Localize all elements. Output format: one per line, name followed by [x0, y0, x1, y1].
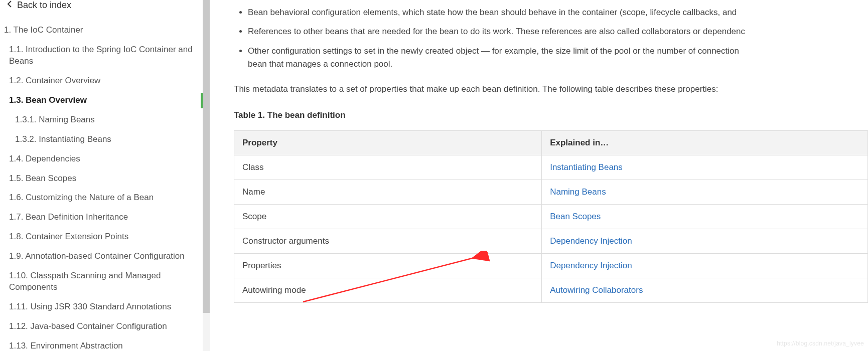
- nav-item-customizing-nature[interactable]: 1.6. Customizing the Nature of a Bean: [4, 188, 201, 208]
- nav-item-java-config[interactable]: 1.12. Java-based Container Configuration: [4, 317, 201, 336]
- table-header-explained: Explained in…: [542, 130, 868, 155]
- link-cell: Dependency Injection: [542, 229, 868, 253]
- bullet-text: References to other beans that are neede…: [248, 27, 745, 36]
- nav-label: 1. The IoC Container: [4, 25, 83, 35]
- body-paragraph: This metadata translates to a set of pro…: [234, 83, 868, 96]
- table-row: Scope Bean Scopes: [234, 204, 868, 229]
- link-cell: Autowiring Collaborators: [542, 278, 868, 302]
- nav-label: 1.3. Bean Overview: [9, 95, 87, 105]
- nav-item-jsr330[interactable]: 1.11. Using JSR 330 Standard Annotations: [4, 297, 201, 317]
- nav-label: 1.8. Container Extension Points: [9, 232, 128, 241]
- nav-item-dependencies[interactable]: 1.4. Dependencies: [4, 149, 201, 169]
- table-row: Class Instantiating Beans: [234, 155, 868, 180]
- doc-link-naming-beans[interactable]: Naming Beans: [550, 187, 606, 197]
- nav-label: 1.1. Introduction to the Spring IoC Cont…: [9, 45, 193, 66]
- list-item: Bean behavioral configuration elements, …: [248, 6, 868, 19]
- sidebar-scrollbar-thumb[interactable]: [203, 0, 210, 313]
- nav-item-annotation-config[interactable]: 1.9. Annotation-based Container Configur…: [4, 247, 201, 266]
- link-cell: Instantiating Beans: [542, 155, 868, 180]
- nav-label: 1.2. Container Overview: [9, 76, 100, 85]
- nav-item-container-overview[interactable]: 1.2. Container Overview: [4, 71, 201, 91]
- table-header-property: Property: [234, 130, 542, 155]
- nav-item-intro[interactable]: 1.1. Introduction to the Spring IoC Cont…: [4, 40, 201, 71]
- doc-link-autowiring-collaborators[interactable]: Autowiring Collaborators: [550, 285, 643, 295]
- back-label: Back to index: [17, 0, 71, 11]
- table-row: Properties Dependency Injection: [234, 253, 868, 278]
- nav-label: 1.6. Customizing the Nature of a Bean: [9, 193, 154, 202]
- doc-link-dependency-injection[interactable]: Dependency Injection: [550, 261, 632, 270]
- nav-label: 1.5. Bean Scopes: [9, 173, 76, 183]
- table-row: Name Naming Beans: [234, 180, 868, 204]
- sidebar-scrollbar-track[interactable]: [203, 0, 210, 351]
- nav-label: 1.3.1. Naming Beans: [15, 115, 95, 124]
- nav-item-environment-abstraction[interactable]: 1.13. Environment Abstraction: [4, 336, 201, 351]
- nav-label: 1.7. Bean Definition Inheritance: [9, 212, 128, 222]
- doc-link-instantiating-beans[interactable]: Instantiating Beans: [550, 162, 623, 172]
- list-item: References to other beans that are neede…: [248, 25, 868, 38]
- property-cell: Constructor arguments: [234, 229, 542, 253]
- back-to-index-link[interactable]: Back to index: [4, 0, 201, 21]
- nav-label: 1.10. Classpath Scanning and Managed Com…: [9, 271, 161, 292]
- nav-item-ioc-container[interactable]: 1. The IoC Container: [4, 21, 201, 40]
- property-cell: Class: [234, 155, 542, 180]
- nav-item-container-extension-points[interactable]: 1.8. Container Extension Points: [4, 227, 201, 247]
- bullet-text-line2: bean that manages a connection pool.: [248, 58, 868, 71]
- link-cell: Bean Scopes: [542, 204, 868, 229]
- bullet-text: Bean behavioral configuration elements, …: [248, 8, 737, 17]
- nav-item-bean-definition-inheritance[interactable]: 1.7. Bean Definition Inheritance: [4, 208, 201, 227]
- sidebar: Back to index 1. The IoC Container 1.1. …: [0, 0, 210, 351]
- bullet-text: Other configuration settings to set in t…: [248, 46, 739, 56]
- nav-label: 1.13. Environment Abstraction: [9, 341, 123, 350]
- nav-label: 1.11. Using JSR 330 Standard Annotations: [9, 302, 171, 311]
- watermark-text: https://blog.csdn.net/java_lyvee: [777, 340, 864, 347]
- property-cell: Scope: [234, 204, 542, 229]
- bullet-list: Bean behavioral configuration elements, …: [234, 6, 868, 71]
- nav-item-classpath-scanning[interactable]: 1.10. Classpath Scanning and Managed Com…: [4, 266, 201, 297]
- doc-link-bean-scopes[interactable]: Bean Scopes: [550, 212, 601, 221]
- property-cell: Autowiring mode: [234, 278, 542, 302]
- nav-label: 1.12. Java-based Container Configuration: [9, 321, 167, 331]
- main-content: Bean behavioral configuration elements, …: [210, 0, 868, 351]
- list-item: Other configuration settings to set in t…: [248, 45, 868, 71]
- chevron-left-icon: [6, 0, 14, 11]
- link-cell: Naming Beans: [542, 180, 868, 204]
- table-row: Constructor arguments Dependency Injecti…: [234, 229, 868, 253]
- nav-item-bean-overview[interactable]: 1.3. Bean Overview: [4, 91, 201, 110]
- link-cell: Dependency Injection: [542, 253, 868, 278]
- table-caption: Table 1. The bean definition: [234, 110, 868, 120]
- table-row: Autowiring mode Autowiring Collaborators: [234, 278, 868, 302]
- nav-label: 1.9. Annotation-based Container Configur…: [9, 251, 185, 261]
- nav-item-naming-beans[interactable]: 1.3.1. Naming Beans: [4, 110, 201, 130]
- nav-label: 1.4. Dependencies: [9, 154, 80, 163]
- doc-link-dependency-injection[interactable]: Dependency Injection: [550, 236, 632, 246]
- property-cell: Properties: [234, 253, 542, 278]
- property-cell: Name: [234, 180, 542, 204]
- nav-item-instantiating-beans[interactable]: 1.3.2. Instantiating Beans: [4, 130, 201, 149]
- bean-definition-table: Property Explained in… Class Instantiati…: [234, 130, 868, 303]
- nav-item-bean-scopes[interactable]: 1.5. Bean Scopes: [4, 169, 201, 189]
- nav-label: 1.3.2. Instantiating Beans: [15, 134, 111, 144]
- table-header-row: Property Explained in…: [234, 130, 868, 155]
